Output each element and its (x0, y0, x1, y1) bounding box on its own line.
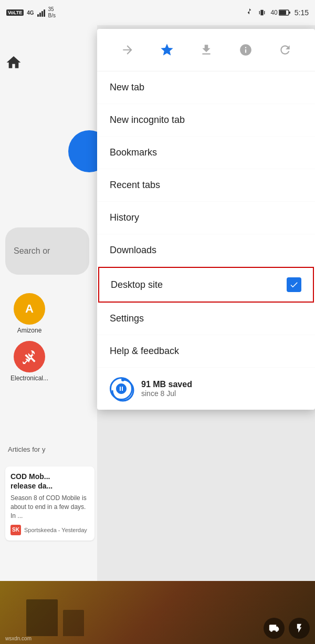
menu-item-new-tab[interactable]: New tab (97, 71, 315, 104)
info-icon (239, 43, 253, 57)
svg-rect-5 (289, 12, 290, 14)
shortcut-electronical[interactable]: Electronical... (10, 341, 48, 382)
savings-icon (110, 377, 133, 400)
settings-label: Settings (110, 313, 144, 324)
bottom-image-strip: wsxdn.com (0, 581, 315, 644)
wrench-icon (22, 349, 37, 364)
bar2 (39, 13, 41, 17)
menu-item-bookmarks[interactable]: Bookmarks (97, 137, 315, 169)
news-snippet: Season 8 of COD Mobile is about to end i… (10, 494, 89, 520)
menu-item-recent-tabs[interactable]: Recent tabs (97, 169, 315, 202)
menu-item-desktop-site[interactable]: Desktop site (98, 267, 314, 303)
svg-point-6 (121, 378, 124, 381)
refresh-button[interactable] (274, 38, 297, 61)
desktop-site-checkbox[interactable] (287, 277, 301, 292)
bookmarks-label: Bookmarks (110, 147, 157, 158)
battery-icon (279, 9, 290, 16)
savings-text: 91 MB saved since 8 Jul (141, 380, 192, 398)
signal-4g: 4G (27, 10, 34, 16)
data-speed: 35 B/s (48, 6, 56, 19)
news-card[interactable]: COD Mob...release da... Season 8 of COD … (5, 466, 94, 541)
svg-rect-2 (264, 11, 265, 15)
desktop-site-label: Desktop site (111, 279, 163, 290)
volte-badge: VoLTE (6, 9, 24, 16)
status-time: 5:15 (295, 8, 309, 17)
truck-icon (269, 623, 279, 633)
news-headline: COD Mob...release da... (10, 472, 89, 491)
bar4 (44, 9, 45, 17)
bookmark-button[interactable] (155, 38, 178, 61)
menu-item-incognito[interactable]: New incognito tab (97, 104, 315, 137)
history-label: History (110, 212, 139, 223)
forward-button[interactable] (116, 38, 139, 61)
menu-item-history[interactable]: History (97, 202, 315, 234)
menu-toolbar (97, 29, 315, 71)
browser-background: Search or A Amizone Electronical... Arti… (0, 25, 97, 644)
battery-indicator: 40 (270, 9, 290, 16)
watermark: wsxdn.com (5, 636, 32, 641)
svg-rect-4 (279, 11, 286, 15)
status-bar: VoLTE 4G 35 B/s 40 (0, 0, 315, 25)
savings-row: 91 MB saved since 8 Jul (97, 368, 315, 410)
help-feedback-label: Help & feedback (110, 346, 179, 357)
bluetooth-icon (245, 8, 254, 17)
status-left: VoLTE 4G 35 B/s (6, 6, 56, 19)
source-icon: SK (10, 525, 21, 535)
downloads-label: Downloads (110, 245, 156, 256)
menu-item-downloads[interactable]: Downloads (97, 234, 315, 267)
amizone-icon: A (14, 293, 45, 325)
vibrate-icon (258, 8, 266, 17)
incognito-label: New incognito tab (110, 115, 185, 126)
battery-level: 40 (270, 9, 277, 16)
recent-tabs-label: Recent tabs (110, 180, 160, 191)
savings-since: since 8 Jul (141, 389, 192, 398)
amizone-label: Amizone (17, 327, 42, 334)
home-icon-area (5, 54, 22, 73)
info-button[interactable] (234, 38, 257, 61)
source-name: Sportskeeda - Yesterday (24, 527, 87, 533)
bar1 (37, 14, 39, 17)
checkmark-icon (289, 280, 299, 289)
search-bar[interactable]: Search or (5, 227, 89, 275)
bar3 (41, 11, 43, 17)
new-tab-label: New tab (110, 82, 144, 93)
svg-rect-1 (259, 11, 260, 15)
lightning-icon-btn[interactable] (289, 618, 310, 639)
forward-icon (121, 43, 134, 57)
lightning-icon (294, 623, 304, 633)
electronical-icon (14, 341, 45, 372)
refresh-icon (278, 43, 292, 57)
electronical-label: Electronical... (10, 375, 48, 382)
bottom-strip-buttons (264, 618, 310, 639)
dropdown-menu: New tab New incognito tab Bookmarks Rece… (97, 29, 315, 410)
news-source-row: SK Sportskeeda - Yesterday (10, 525, 89, 535)
articles-for-label: Articles for y (8, 445, 46, 453)
savings-amount: 91 MB saved (141, 380, 192, 389)
shortcut-amizone[interactable]: A Amizone (14, 293, 45, 334)
menu-item-help[interactable]: Help & feedback (97, 335, 315, 368)
shortcuts-area: A Amizone Electronical... (10, 293, 48, 386)
status-right: 40 5:15 (245, 8, 309, 17)
download-button[interactable] (195, 38, 218, 61)
truck-icon-btn[interactable] (264, 618, 285, 639)
bookmark-star-icon (160, 43, 174, 57)
download-icon (200, 43, 213, 57)
svg-rect-0 (261, 10, 264, 16)
arc-icon (110, 377, 136, 403)
signal-bars (37, 8, 45, 17)
menu-item-settings[interactable]: Settings (97, 303, 315, 335)
search-placeholder-text: Search or (14, 246, 50, 256)
home-icon (5, 54, 22, 71)
